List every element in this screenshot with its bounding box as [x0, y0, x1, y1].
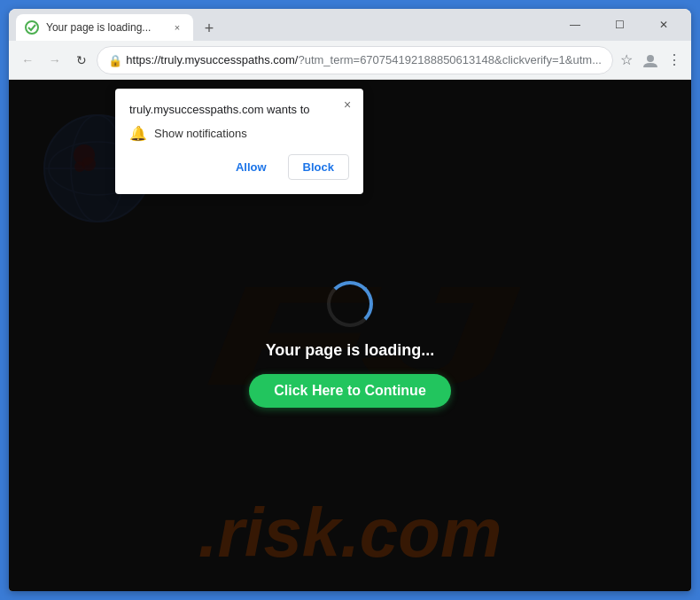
notification-popup: × truly.mysuccesspaths.com wants to 🔔 Sh…: [115, 89, 363, 194]
svg-point-0: [26, 21, 38, 34]
maximize-button[interactable]: ☐: [599, 9, 640, 41]
tab-area: Your page is loading... × +: [16, 9, 555, 41]
popup-buttons: Allow Block: [129, 154, 349, 180]
close-button[interactable]: ✕: [643, 9, 684, 41]
block-button[interactable]: Block: [288, 154, 349, 180]
back-button[interactable]: ←: [16, 48, 39, 73]
popup-title: truly.mysuccesspaths.com wants to: [129, 103, 349, 116]
loading-text: Your page is loading...: [266, 341, 435, 360]
address-bar: ← → ↻ 🔒 https://truly.mysuccesspaths.com…: [9, 41, 691, 80]
browser-window: Your page is loading... × + — ☐ ✕ ← → ↻ …: [9, 9, 691, 591]
refresh-button[interactable]: ↻: [70, 48, 93, 73]
page-content: FJ .risk.com Your page is loading... Cli…: [9, 80, 691, 591]
tab-close-button[interactable]: ×: [170, 20, 184, 35]
svg-point-9: [74, 161, 85, 172]
url-bar[interactable]: 🔒 https://truly.mysuccesspaths.com/?utm_…: [97, 46, 613, 74]
tab-favicon: [25, 20, 39, 35]
popup-show-text: Show notifications: [154, 127, 247, 140]
watermark-text: .risk.com: [198, 493, 502, 573]
window-controls: — ☐ ✕: [555, 9, 684, 41]
forward-button[interactable]: →: [43, 48, 66, 73]
popup-close-button[interactable]: ×: [338, 96, 356, 113]
spinner-circle: [327, 281, 373, 327]
allow-button[interactable]: Allow: [222, 154, 281, 180]
title-bar: Your page is loading... × + — ☐ ✕: [9, 9, 691, 41]
loading-spinner: [327, 281, 373, 327]
continue-button[interactable]: Click Here to Continue: [249, 374, 451, 408]
center-content: Your page is loading... Click Here to Co…: [249, 281, 451, 408]
url-domain: https://truly.mysuccesspaths.com/: [126, 53, 298, 66]
bookmark-button[interactable]: ☆: [617, 50, 637, 71]
tab-title: Your page is loading...: [46, 21, 163, 34]
popup-notification-row: 🔔 Show notifications: [129, 125, 349, 142]
menu-button[interactable]: ⋮: [664, 50, 684, 71]
lock-icon: 🔒: [108, 54, 121, 66]
url-rest: ?utm_term=670754192188850613148&clickver…: [298, 53, 602, 66]
new-tab-button[interactable]: +: [197, 16, 222, 41]
profile-button[interactable]: [641, 50, 661, 71]
svg-point-1: [647, 55, 654, 62]
url-text: https://truly.mysuccesspaths.com/?utm_te…: [126, 53, 602, 66]
bell-icon: 🔔: [129, 125, 147, 142]
active-tab[interactable]: Your page is loading... ×: [16, 14, 193, 41]
minimize-button[interactable]: —: [555, 9, 595, 41]
